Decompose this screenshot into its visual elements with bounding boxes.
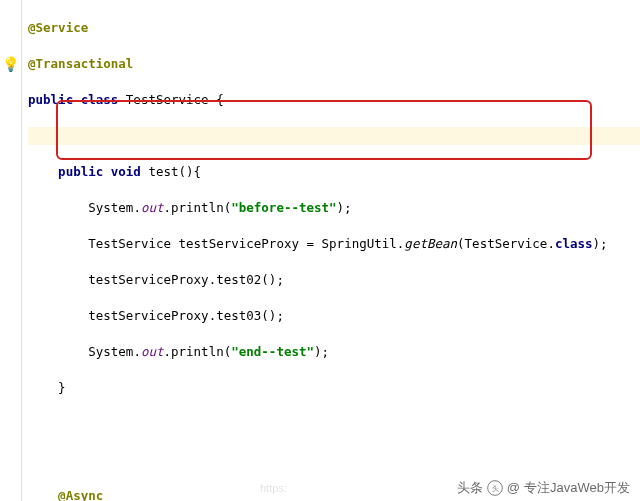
code-line <box>28 415 640 433</box>
code-editor[interactable]: 💡 @Service @Transactional public class T… <box>0 0 640 501</box>
code-line: testServiceProxy.test02(); <box>28 271 640 289</box>
code-line: } <box>28 379 640 397</box>
code-line <box>28 451 640 469</box>
editor-gutter: 💡 <box>0 0 22 501</box>
code-line: @Transactional <box>28 55 640 73</box>
code-line: TestService testServiceProxy = SpringUti… <box>28 235 640 253</box>
code-line: System.out.println("end--test"); <box>28 343 640 361</box>
code-line <box>28 127 640 145</box>
code-line: @Async <box>28 487 640 501</box>
code-line: public class TestService { <box>28 91 640 109</box>
intention-bulb-icon[interactable]: 💡 <box>0 55 21 73</box>
code-area[interactable]: @Service @Transactional public class Tes… <box>22 0 640 501</box>
code-line: public void test(){ <box>28 163 640 181</box>
code-line: testServiceProxy.test03(); <box>28 307 640 325</box>
code-line: System.out.println("before--test"); <box>28 199 640 217</box>
code-line: @Service <box>28 19 640 37</box>
